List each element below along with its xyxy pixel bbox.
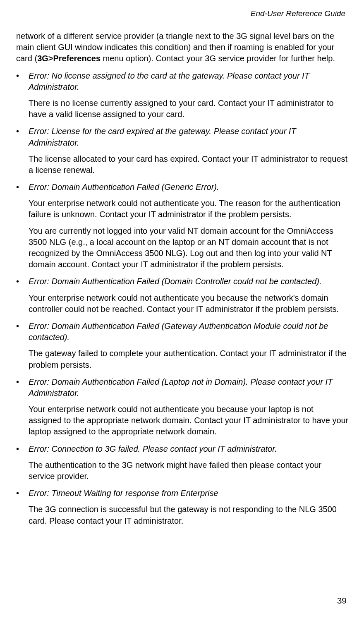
error-body: The gateway failed to complete your auth… [29, 348, 349, 370]
error-list: Error: No license assigned to the card a… [16, 70, 349, 527]
page-number: 39 [337, 596, 347, 606]
error-item: Error: Domain Authentication Failed (Gat… [16, 321, 349, 371]
error-body: There is no license currently assigned t… [29, 98, 349, 120]
intro-paragraph: network of a different service provider … [16, 31, 349, 65]
error-title: Error: Domain Authentication Failed (Dom… [29, 276, 349, 287]
error-item: Error: License for the card expired at t… [16, 126, 349, 176]
error-body: The license allocated to your card has e… [29, 153, 349, 176]
error-item: Error: Domain Authentication Failed (Dom… [16, 276, 349, 315]
error-title: Error: No license assigned to the card a… [29, 70, 349, 93]
error-title: Error: Domain Authentication Failed (Lap… [29, 376, 349, 399]
error-title: Error: Domain Authentication Failed (Gat… [29, 321, 349, 343]
page-header: End-User Reference Guide [15, 9, 349, 18]
error-body: Your enterprise network could not authen… [29, 292, 349, 315]
error-item: Error: Connection to 3G failed. Please c… [16, 443, 349, 482]
intro-bold-segment: 3G>Preferences [37, 54, 101, 63]
error-title: Error: Timeout Waiting for response from… [29, 488, 349, 499]
page-content: network of a different service provider … [15, 31, 349, 527]
error-body: The 3G connection is successful but the … [29, 504, 349, 526]
error-body: Your enterprise network could not authen… [29, 198, 349, 220]
intro-text-segment: menu option). Contact your 3G service pr… [101, 54, 335, 63]
error-title: Error: Connection to 3G failed. Please c… [29, 443, 349, 455]
error-title: Error: License for the card expired at t… [29, 126, 349, 148]
header-title: End-User Reference Guide [251, 9, 345, 18]
error-body: You are currently not logged into your v… [29, 225, 349, 271]
error-title: Error: Domain Authentication Failed (Gen… [29, 182, 349, 193]
error-body: Your enterprise network could not authen… [29, 404, 349, 438]
error-item: Error: Domain Authentication Failed (Gen… [16, 182, 349, 270]
error-body: The authentication to the 3G network mig… [29, 460, 349, 482]
error-item: Error: Domain Authentication Failed (Lap… [16, 376, 349, 438]
error-item: Error: Timeout Waiting for response from… [16, 488, 349, 527]
error-item: Error: No license assigned to the card a… [16, 70, 349, 120]
